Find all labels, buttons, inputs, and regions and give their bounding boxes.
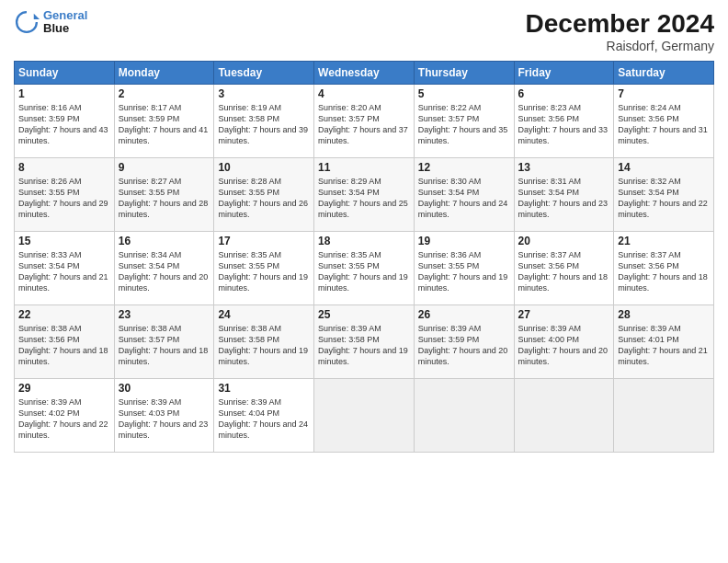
calendar: SundayMondayTuesdayWednesdayThursdayFrid… <box>14 61 714 453</box>
day-header-wednesday: Wednesday <box>314 62 415 85</box>
day-number: 28 <box>618 308 710 321</box>
day-number: 17 <box>218 235 310 247</box>
day-number: 22 <box>18 308 110 321</box>
week-row-5: 29 Sunrise: 8:39 AMSunset: 4:02 PMDaylig… <box>15 379 714 453</box>
day-header-monday: Monday <box>114 62 214 85</box>
day-detail: Sunrise: 8:38 AMSunset: 3:56 PMDaylight:… <box>18 323 110 368</box>
empty-cell <box>614 379 714 453</box>
day-header-tuesday: Tuesday <box>214 62 314 85</box>
calendar-body: 1 Sunrise: 8:16 AMSunset: 3:59 PMDayligh… <box>15 85 714 453</box>
day-cell-15: 15 Sunrise: 8:33 AMSunset: 3:54 PMDaylig… <box>15 232 115 305</box>
day-number: 9 <box>119 161 210 174</box>
day-detail: Sunrise: 8:37 AMSunset: 3:56 PMDaylight:… <box>518 249 610 294</box>
day-cell-6: 6 Sunrise: 8:23 AMSunset: 3:56 PMDayligh… <box>514 85 614 158</box>
day-number: 19 <box>418 235 510 247</box>
day-cell-7: 7 Sunrise: 8:24 AMSunset: 3:56 PMDayligh… <box>614 85 714 158</box>
day-detail: Sunrise: 8:39 AMSunset: 4:00 PMDaylight:… <box>518 323 610 368</box>
day-cell-13: 13 Sunrise: 8:31 AMSunset: 3:54 PMDaylig… <box>514 158 614 232</box>
day-detail: Sunrise: 8:22 AMSunset: 3:57 PMDaylight:… <box>418 102 510 147</box>
day-number: 5 <box>418 87 510 100</box>
day-detail: Sunrise: 8:24 AMSunset: 3:56 PMDaylight:… <box>618 102 710 147</box>
day-cell-24: 24 Sunrise: 8:38 AMSunset: 3:58 PMDaylig… <box>214 305 314 379</box>
day-number: 26 <box>418 308 510 321</box>
day-detail: Sunrise: 8:34 AMSunset: 3:54 PMDaylight:… <box>119 249 210 294</box>
day-number: 24 <box>218 308 310 321</box>
calendar-header-row: SundayMondayTuesdayWednesdayThursdayFrid… <box>15 62 714 85</box>
day-cell-26: 26 Sunrise: 8:39 AMSunset: 3:59 PMDaylig… <box>414 305 514 379</box>
week-row-2: 8 Sunrise: 8:26 AMSunset: 3:55 PMDayligh… <box>15 158 714 232</box>
svg-marker-0 <box>34 14 40 19</box>
week-row-1: 1 Sunrise: 8:16 AMSunset: 3:59 PMDayligh… <box>15 85 714 158</box>
day-number: 18 <box>318 235 410 247</box>
day-detail: Sunrise: 8:29 AMSunset: 3:54 PMDaylight:… <box>318 176 410 221</box>
day-number: 6 <box>518 87 610 100</box>
day-cell-11: 11 Sunrise: 8:29 AMSunset: 3:54 PMDaylig… <box>314 158 415 232</box>
day-cell-5: 5 Sunrise: 8:22 AMSunset: 3:57 PMDayligh… <box>414 85 514 158</box>
day-detail: Sunrise: 8:31 AMSunset: 3:54 PMDaylight:… <box>518 176 610 221</box>
day-number: 30 <box>119 382 210 395</box>
title-block: December 2024 Raisdorf, Germany <box>526 9 714 53</box>
empty-cell <box>314 379 415 453</box>
week-row-4: 22 Sunrise: 8:38 AMSunset: 3:56 PMDaylig… <box>15 305 714 379</box>
day-cell-17: 17 Sunrise: 8:35 AMSunset: 3:55 PMDaylig… <box>214 232 314 305</box>
day-number: 20 <box>518 235 610 247</box>
day-cell-29: 29 Sunrise: 8:39 AMSunset: 4:02 PMDaylig… <box>15 379 115 453</box>
day-number: 23 <box>119 308 210 321</box>
day-detail: Sunrise: 8:38 AMSunset: 3:58 PMDaylight:… <box>218 323 310 368</box>
day-detail: Sunrise: 8:28 AMSunset: 3:55 PMDaylight:… <box>218 176 310 221</box>
day-detail: Sunrise: 8:37 AMSunset: 3:56 PMDaylight:… <box>618 249 710 294</box>
day-header-saturday: Saturday <box>614 62 714 85</box>
day-cell-22: 22 Sunrise: 8:38 AMSunset: 3:56 PMDaylig… <box>15 305 115 379</box>
day-number: 21 <box>618 235 710 247</box>
main-title: December 2024 <box>526 9 714 39</box>
day-header-friday: Friday <box>514 62 614 85</box>
day-cell-1: 1 Sunrise: 8:16 AMSunset: 3:59 PMDayligh… <box>15 85 115 158</box>
header: General Blue December 2024 Raisdorf, Ger… <box>14 9 714 53</box>
subtitle: Raisdorf, Germany <box>526 39 714 53</box>
day-cell-20: 20 Sunrise: 8:37 AMSunset: 3:56 PMDaylig… <box>514 232 614 305</box>
day-detail: Sunrise: 8:16 AMSunset: 3:59 PMDaylight:… <box>18 102 110 147</box>
day-cell-21: 21 Sunrise: 8:37 AMSunset: 3:56 PMDaylig… <box>614 232 714 305</box>
day-number: 2 <box>119 87 210 100</box>
day-cell-30: 30 Sunrise: 8:39 AMSunset: 4:03 PMDaylig… <box>114 379 214 453</box>
day-detail: Sunrise: 8:33 AMSunset: 3:54 PMDaylight:… <box>18 249 110 294</box>
empty-cell <box>514 379 614 453</box>
day-header-thursday: Thursday <box>414 62 514 85</box>
day-detail: Sunrise: 8:27 AMSunset: 3:55 PMDaylight:… <box>119 176 210 221</box>
day-number: 25 <box>318 308 410 321</box>
day-detail: Sunrise: 8:39 AMSunset: 4:03 PMDaylight:… <box>119 396 210 442</box>
day-detail: Sunrise: 8:26 AMSunset: 3:55 PMDaylight:… <box>18 176 110 221</box>
day-number: 29 <box>18 382 110 395</box>
day-cell-2: 2 Sunrise: 8:17 AMSunset: 3:59 PMDayligh… <box>114 85 214 158</box>
page: General Blue December 2024 Raisdorf, Ger… <box>0 0 728 563</box>
day-detail: Sunrise: 8:39 AMSunset: 3:59 PMDaylight:… <box>418 323 510 368</box>
day-number: 27 <box>518 308 610 321</box>
day-header-sunday: Sunday <box>15 62 115 85</box>
day-detail: Sunrise: 8:23 AMSunset: 3:56 PMDaylight:… <box>518 102 610 147</box>
day-number: 10 <box>218 161 310 174</box>
day-cell-28: 28 Sunrise: 8:39 AMSunset: 4:01 PMDaylig… <box>614 305 714 379</box>
day-detail: Sunrise: 8:32 AMSunset: 3:54 PMDaylight:… <box>618 176 710 221</box>
day-detail: Sunrise: 8:39 AMSunset: 4:01 PMDaylight:… <box>618 323 710 368</box>
day-number: 11 <box>318 161 410 174</box>
day-detail: Sunrise: 8:39 AMSunset: 3:58 PMDaylight:… <box>318 323 410 368</box>
day-cell-4: 4 Sunrise: 8:20 AMSunset: 3:57 PMDayligh… <box>314 85 415 158</box>
day-number: 15 <box>18 235 110 247</box>
day-number: 16 <box>119 235 210 247</box>
day-detail: Sunrise: 8:39 AMSunset: 4:04 PMDaylight:… <box>218 396 310 442</box>
day-cell-14: 14 Sunrise: 8:32 AMSunset: 3:54 PMDaylig… <box>614 158 714 232</box>
day-detail: Sunrise: 8:35 AMSunset: 3:55 PMDaylight:… <box>318 249 410 294</box>
day-detail: Sunrise: 8:39 AMSunset: 4:02 PMDaylight:… <box>18 396 110 442</box>
day-number: 31 <box>218 382 310 395</box>
day-detail: Sunrise: 8:20 AMSunset: 3:57 PMDaylight:… <box>318 102 410 147</box>
day-cell-31: 31 Sunrise: 8:39 AMSunset: 4:04 PMDaylig… <box>214 379 314 453</box>
day-detail: Sunrise: 8:17 AMSunset: 3:59 PMDaylight:… <box>119 102 210 147</box>
day-number: 4 <box>318 87 410 100</box>
day-cell-3: 3 Sunrise: 8:19 AMSunset: 3:58 PMDayligh… <box>214 85 314 158</box>
day-cell-8: 8 Sunrise: 8:26 AMSunset: 3:55 PMDayligh… <box>15 158 115 232</box>
day-cell-23: 23 Sunrise: 8:38 AMSunset: 3:57 PMDaylig… <box>114 305 214 379</box>
day-number: 13 <box>518 161 610 174</box>
day-cell-25: 25 Sunrise: 8:39 AMSunset: 3:58 PMDaylig… <box>314 305 415 379</box>
day-cell-18: 18 Sunrise: 8:35 AMSunset: 3:55 PMDaylig… <box>314 232 415 305</box>
day-cell-10: 10 Sunrise: 8:28 AMSunset: 3:55 PMDaylig… <box>214 158 314 232</box>
